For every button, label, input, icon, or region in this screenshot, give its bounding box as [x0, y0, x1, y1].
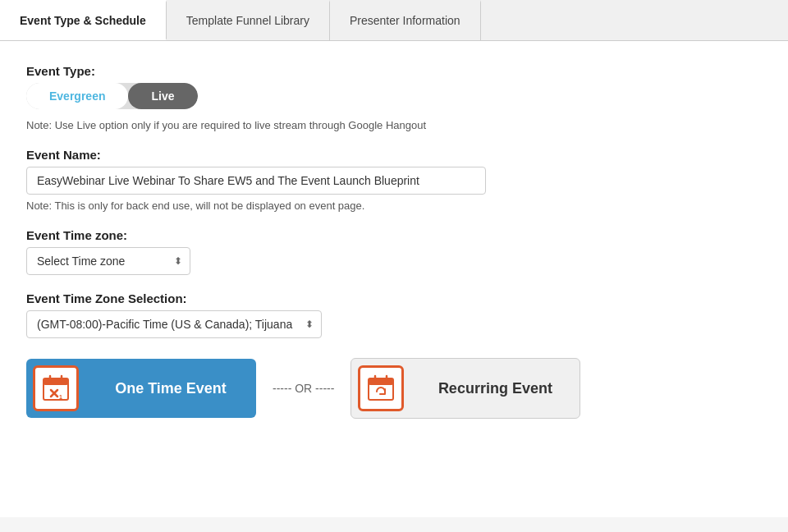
- one-time-event-label: One Time Event: [85, 380, 256, 397]
- event-timezone-section: Event Time zone: Select Time zoneUS/East…: [26, 228, 762, 275]
- event-type-section: Event Type: Evergreen Live Note: Use Liv…: [26, 64, 762, 131]
- event-type-note: Note: Use Live option only if you are re…: [26, 119, 762, 131]
- recurring-event-label: Recurring Event: [410, 380, 580, 397]
- event-timezone-selection-label: Event Time Zone Selection:: [26, 291, 762, 305]
- svg-rect-1: [44, 378, 68, 385]
- svg-text:1: 1: [59, 394, 62, 400]
- tab-template-funnel[interactable]: Template Funnel Library: [167, 0, 330, 40]
- event-name-section: Event Name: Note: This is only for back …: [26, 148, 762, 212]
- timezone-select[interactable]: Select Time zoneUS/EasternUS/PacificUS/C…: [26, 247, 190, 275]
- toggle-live[interactable]: Live: [128, 83, 197, 109]
- one-time-event-button[interactable]: 1 One Time Event: [26, 359, 256, 418]
- tab-presenter-info[interactable]: Presenter Information: [330, 0, 481, 40]
- one-time-icon-box: 1: [33, 365, 79, 411]
- recurring-icon-box: [358, 365, 404, 411]
- tab-bar: Event Type & Schedule Template Funnel Li…: [0, 0, 788, 41]
- one-time-icon: 1: [41, 374, 71, 403]
- tab-event-type[interactable]: Event Type & Schedule: [0, 0, 167, 40]
- timezone-selection-wrapper: (GMT-08:00)-Pacific Time (US & Canada); …: [26, 310, 322, 338]
- svg-rect-8: [369, 378, 393, 385]
- timezone-select-wrapper: Select Time zoneUS/EasternUS/PacificUS/C…: [26, 247, 190, 275]
- event-timezone-label: Event Time zone:: [26, 228, 762, 242]
- toggle-evergreen[interactable]: Evergreen: [26, 83, 128, 109]
- event-timezone-selection-section: Event Time Zone Selection: (GMT-08:00)-P…: [26, 291, 762, 338]
- main-content: Event Type: Evergreen Live Note: Use Liv…: [0, 41, 788, 517]
- or-divider: ----- OR -----: [256, 382, 350, 395]
- event-name-input[interactable]: [26, 167, 486, 195]
- event-buttons-row: 1 One Time Event ----- OR -----: [26, 358, 762, 419]
- event-type-label: Event Type:: [26, 64, 762, 78]
- event-type-toggle: Evergreen Live: [26, 83, 198, 109]
- event-name-label: Event Name:: [26, 148, 762, 162]
- recurring-icon: [366, 374, 396, 403]
- recurring-event-button[interactable]: Recurring Event: [350, 358, 580, 419]
- event-name-note: Note: This is only for back end use, wil…: [26, 200, 762, 212]
- timezone-selection-select[interactable]: (GMT-08:00)-Pacific Time (US & Canada); …: [26, 310, 322, 338]
